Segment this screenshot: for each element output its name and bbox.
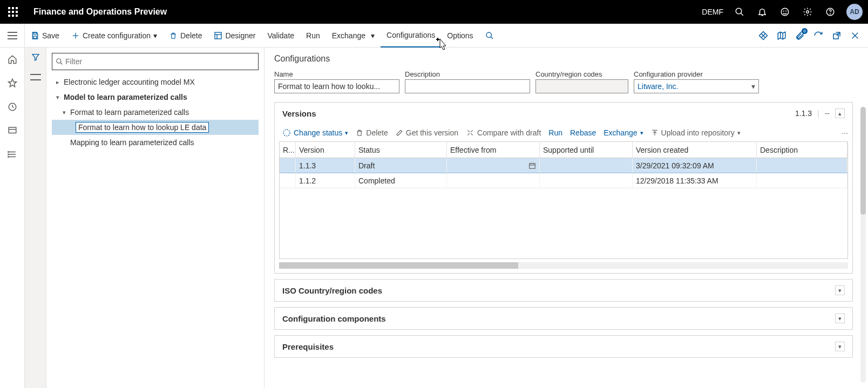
col-effective[interactable]: Effective from: [447, 142, 540, 158]
refresh-icon[interactable]: [812, 29, 825, 42]
more-icon[interactable]: ···: [842, 128, 848, 137]
tree-item[interactable]: Mapping to learn parameterized calls: [52, 135, 259, 150]
table-row[interactable]: 1.1.3 Draft 3/29/2021 09:32:09 AM: [280, 158, 847, 173]
search-icon[interactable]: [733, 5, 746, 18]
equals-icon[interactable]: [30, 74, 41, 80]
delete-label: Delete: [366, 128, 388, 137]
run-button[interactable]: Run: [300, 24, 326, 47]
home-icon[interactable]: [6, 53, 19, 66]
help-icon[interactable]: [824, 5, 837, 18]
vertical-scrollbar[interactable]: [860, 107, 866, 383]
diamond-icon[interactable]: [757, 29, 770, 42]
versions-header[interactable]: Versions 1.1.3 | --: [275, 103, 852, 124]
name-input[interactable]: Format to learn how to looku...: [274, 79, 399, 93]
run-label: Run: [306, 31, 320, 40]
upload-label: Upload into repository: [661, 128, 735, 137]
col-version[interactable]: Version: [296, 142, 355, 158]
bell-icon[interactable]: [756, 5, 769, 18]
components-header[interactable]: Configuration components: [275, 308, 852, 329]
app-title: Finance and Operations Preview: [33, 7, 167, 17]
col-rownum[interactable]: R...: [280, 142, 296, 158]
provider-combo[interactable]: Litware, Inc.: [634, 79, 759, 93]
designer-button[interactable]: Designer: [208, 24, 261, 47]
top-bar: Finance and Operations Preview DEMF AD: [0, 0, 868, 24]
map-icon[interactable]: [775, 29, 788, 42]
star-icon[interactable]: [6, 77, 19, 90]
run-version-button[interactable]: Run: [548, 128, 562, 137]
close-icon[interactable]: [849, 29, 862, 42]
chevron-right-icon[interactable]: [54, 79, 62, 86]
designer-label: Designer: [225, 31, 255, 40]
filter-input[interactable]: [65, 57, 255, 66]
exchange-button[interactable]: Exchange: [326, 24, 381, 47]
configurations-button[interactable]: Configurations: [381, 24, 441, 47]
recent-icon[interactable]: [6, 100, 19, 113]
col-supported[interactable]: Supported until: [540, 142, 633, 158]
col-status[interactable]: Status: [355, 142, 447, 158]
prereq-header[interactable]: Prerequisites: [275, 336, 852, 357]
iso-title: ISO Country/region codes: [282, 286, 382, 295]
modules-icon[interactable]: [6, 148, 19, 161]
cell-effective[interactable]: [447, 158, 540, 173]
gear-icon[interactable]: [801, 5, 814, 18]
version-dash: --: [825, 109, 830, 118]
chevron-down-icon[interactable]: [835, 314, 845, 323]
chevron-down-icon: [640, 130, 643, 137]
svg-point-0: [736, 8, 742, 14]
detail-pane: Configurations Name Format to learn how …: [265, 47, 868, 388]
chevron-down-icon: [751, 82, 755, 91]
svg-point-3: [783, 11, 784, 11]
get-version-button[interactable]: Get this version: [396, 128, 458, 137]
section-title: Configurations: [274, 54, 853, 64]
exchange-version-button[interactable]: Exchange: [603, 128, 643, 137]
workspace-icon[interactable]: [6, 124, 19, 137]
smile-icon[interactable]: [778, 5, 791, 18]
validate-button[interactable]: Validate: [262, 24, 301, 47]
funnel-icon[interactable]: [31, 53, 40, 63]
table-row[interactable]: 1.1.2 Completed 12/29/2018 11:35:33 AM: [280, 173, 847, 188]
svg-rect-15: [215, 32, 221, 39]
country-input: [535, 79, 628, 93]
svg-line-1: [741, 13, 743, 16]
chevron-down-icon[interactable]: ▾: [54, 94, 62, 101]
form-row: Name Format to learn how to looku... Des…: [274, 70, 853, 93]
delete-version-button[interactable]: Delete: [356, 128, 388, 137]
search-icon: [56, 58, 63, 65]
create-configuration-button[interactable]: Create configuration: [65, 24, 163, 47]
horizontal-scrollbar[interactable]: [279, 262, 848, 269]
cell-description: [757, 158, 847, 173]
avatar[interactable]: AD: [846, 4, 863, 20]
designer-icon: [214, 31, 222, 40]
col-description[interactable]: Description: [757, 142, 847, 158]
waffle-icon[interactable]: [0, 0, 26, 24]
plus-icon: [71, 31, 80, 40]
tree-label: Format to learn parameterized calls: [70, 108, 189, 117]
options-button[interactable]: Options: [441, 24, 479, 47]
chevron-down-icon: [371, 31, 375, 40]
change-status-button[interactable]: Change status: [282, 128, 348, 137]
upload-button[interactable]: Upload into repository: [651, 128, 741, 137]
company-label[interactable]: DEMF: [702, 8, 723, 16]
hamburger-icon[interactable]: [0, 24, 25, 47]
description-input[interactable]: [405, 79, 530, 93]
tree-item-selected[interactable]: Format to learn how to lookup LE data: [52, 120, 259, 135]
col-created[interactable]: Version created: [633, 142, 757, 158]
tree-item[interactable]: ▾Model to learn parameterized calls: [52, 90, 259, 105]
attachments-icon[interactable]: 0: [794, 29, 806, 42]
save-button[interactable]: Save: [25, 24, 65, 47]
chevron-down-icon[interactable]: ▾: [60, 109, 68, 116]
chevron-up-icon[interactable]: [835, 108, 845, 118]
filter-input-wrap[interactable]: [52, 53, 259, 70]
iso-header[interactable]: ISO Country/region codes: [275, 280, 852, 301]
chevron-down-icon: [737, 130, 741, 137]
delete-button[interactable]: Delete: [163, 24, 208, 47]
chevron-down-icon[interactable]: [835, 285, 845, 295]
find-button[interactable]: [479, 24, 500, 47]
rebase-button[interactable]: Rebase: [570, 128, 596, 137]
cell-created: 12/29/2018 11:35:33 AM: [633, 173, 757, 188]
popout-icon[interactable]: [830, 29, 843, 42]
tree-item[interactable]: Electronic ledger accounting model MX: [52, 74, 259, 90]
tree-item[interactable]: ▾Format to learn parameterized calls: [52, 105, 259, 120]
compare-button[interactable]: Compare with draft: [466, 128, 541, 137]
chevron-down-icon[interactable]: [835, 342, 845, 351]
